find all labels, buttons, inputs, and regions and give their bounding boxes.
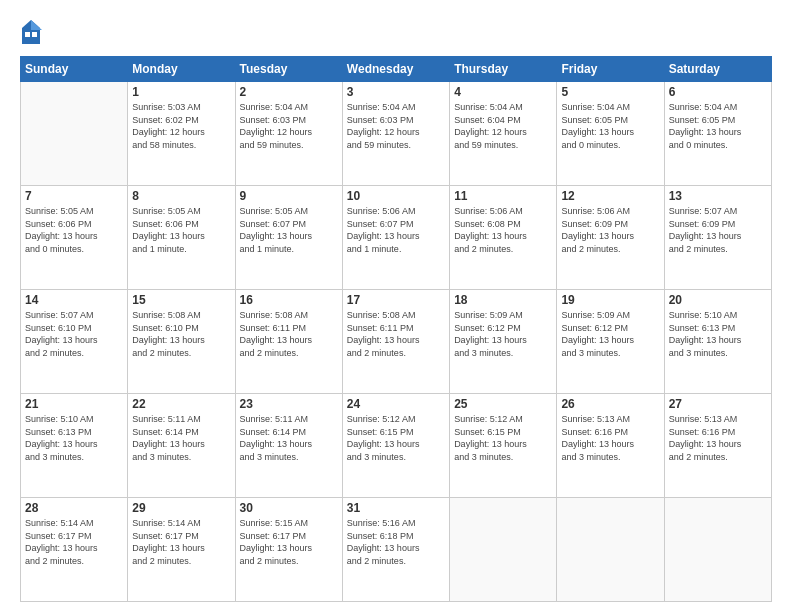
calendar-cell: 8Sunrise: 5:05 AM Sunset: 6:06 PM Daylig… [128,186,235,290]
calendar-cell: 1Sunrise: 5:03 AM Sunset: 6:02 PM Daylig… [128,82,235,186]
day-info: Sunrise: 5:15 AM Sunset: 6:17 PM Dayligh… [240,517,338,567]
day-info: Sunrise: 5:07 AM Sunset: 6:09 PM Dayligh… [669,205,767,255]
day-info: Sunrise: 5:07 AM Sunset: 6:10 PM Dayligh… [25,309,123,359]
day-info: Sunrise: 5:14 AM Sunset: 6:17 PM Dayligh… [25,517,123,567]
day-info: Sunrise: 5:13 AM Sunset: 6:16 PM Dayligh… [561,413,659,463]
day-number: 6 [669,85,767,99]
calendar-cell [664,498,771,602]
calendar-cell: 19Sunrise: 5:09 AM Sunset: 6:12 PM Dayli… [557,290,664,394]
day-number: 8 [132,189,230,203]
day-info: Sunrise: 5:12 AM Sunset: 6:15 PM Dayligh… [347,413,445,463]
calendar-cell: 21Sunrise: 5:10 AM Sunset: 6:13 PM Dayli… [21,394,128,498]
day-number: 31 [347,501,445,515]
day-number: 18 [454,293,552,307]
calendar-cell: 22Sunrise: 5:11 AM Sunset: 6:14 PM Dayli… [128,394,235,498]
day-info: Sunrise: 5:11 AM Sunset: 6:14 PM Dayligh… [132,413,230,463]
calendar-header-row: SundayMondayTuesdayWednesdayThursdayFrid… [21,57,772,82]
day-number: 24 [347,397,445,411]
day-info: Sunrise: 5:10 AM Sunset: 6:13 PM Dayligh… [669,309,767,359]
day-info: Sunrise: 5:05 AM Sunset: 6:06 PM Dayligh… [132,205,230,255]
calendar-cell [450,498,557,602]
day-number: 21 [25,397,123,411]
day-info: Sunrise: 5:08 AM Sunset: 6:11 PM Dayligh… [347,309,445,359]
svg-rect-3 [32,32,37,37]
day-number: 27 [669,397,767,411]
calendar-cell: 25Sunrise: 5:12 AM Sunset: 6:15 PM Dayli… [450,394,557,498]
day-info: Sunrise: 5:04 AM Sunset: 6:05 PM Dayligh… [561,101,659,151]
day-info: Sunrise: 5:04 AM Sunset: 6:03 PM Dayligh… [240,101,338,151]
logo [20,18,48,46]
calendar-cell [557,498,664,602]
day-number: 2 [240,85,338,99]
calendar-week-0: 1Sunrise: 5:03 AM Sunset: 6:02 PM Daylig… [21,82,772,186]
calendar-cell: 23Sunrise: 5:11 AM Sunset: 6:14 PM Dayli… [235,394,342,498]
day-number: 4 [454,85,552,99]
day-info: Sunrise: 5:11 AM Sunset: 6:14 PM Dayligh… [240,413,338,463]
calendar-cell: 20Sunrise: 5:10 AM Sunset: 6:13 PM Dayli… [664,290,771,394]
calendar-week-1: 7Sunrise: 5:05 AM Sunset: 6:06 PM Daylig… [21,186,772,290]
day-number: 11 [454,189,552,203]
calendar-cell: 16Sunrise: 5:08 AM Sunset: 6:11 PM Dayli… [235,290,342,394]
logo-icon [20,18,42,46]
calendar-cell: 9Sunrise: 5:05 AM Sunset: 6:07 PM Daylig… [235,186,342,290]
day-info: Sunrise: 5:08 AM Sunset: 6:11 PM Dayligh… [240,309,338,359]
day-info: Sunrise: 5:10 AM Sunset: 6:13 PM Dayligh… [25,413,123,463]
calendar-week-2: 14Sunrise: 5:07 AM Sunset: 6:10 PM Dayli… [21,290,772,394]
day-info: Sunrise: 5:06 AM Sunset: 6:08 PM Dayligh… [454,205,552,255]
calendar-cell: 15Sunrise: 5:08 AM Sunset: 6:10 PM Dayli… [128,290,235,394]
day-number: 10 [347,189,445,203]
day-number: 30 [240,501,338,515]
calendar-cell: 17Sunrise: 5:08 AM Sunset: 6:11 PM Dayli… [342,290,449,394]
calendar-cell: 26Sunrise: 5:13 AM Sunset: 6:16 PM Dayli… [557,394,664,498]
page: SundayMondayTuesdayWednesdayThursdayFrid… [0,0,792,612]
day-number: 26 [561,397,659,411]
calendar-cell: 18Sunrise: 5:09 AM Sunset: 6:12 PM Dayli… [450,290,557,394]
calendar-header-sunday: Sunday [21,57,128,82]
day-number: 14 [25,293,123,307]
calendar-cell: 13Sunrise: 5:07 AM Sunset: 6:09 PM Dayli… [664,186,771,290]
day-number: 16 [240,293,338,307]
calendar-cell [21,82,128,186]
day-number: 22 [132,397,230,411]
day-number: 15 [132,293,230,307]
header [20,18,772,46]
day-info: Sunrise: 5:05 AM Sunset: 6:06 PM Dayligh… [25,205,123,255]
day-info: Sunrise: 5:09 AM Sunset: 6:12 PM Dayligh… [454,309,552,359]
calendar-cell: 7Sunrise: 5:05 AM Sunset: 6:06 PM Daylig… [21,186,128,290]
calendar-cell: 5Sunrise: 5:04 AM Sunset: 6:05 PM Daylig… [557,82,664,186]
calendar-cell: 4Sunrise: 5:04 AM Sunset: 6:04 PM Daylig… [450,82,557,186]
day-number: 3 [347,85,445,99]
calendar-cell: 27Sunrise: 5:13 AM Sunset: 6:16 PM Dayli… [664,394,771,498]
day-number: 23 [240,397,338,411]
day-info: Sunrise: 5:03 AM Sunset: 6:02 PM Dayligh… [132,101,230,151]
calendar-cell: 2Sunrise: 5:04 AM Sunset: 6:03 PM Daylig… [235,82,342,186]
calendar-week-4: 28Sunrise: 5:14 AM Sunset: 6:17 PM Dayli… [21,498,772,602]
day-info: Sunrise: 5:04 AM Sunset: 6:05 PM Dayligh… [669,101,767,151]
calendar-header-tuesday: Tuesday [235,57,342,82]
day-number: 13 [669,189,767,203]
calendar-week-3: 21Sunrise: 5:10 AM Sunset: 6:13 PM Dayli… [21,394,772,498]
day-number: 29 [132,501,230,515]
day-number: 7 [25,189,123,203]
day-number: 17 [347,293,445,307]
day-number: 12 [561,189,659,203]
day-number: 20 [669,293,767,307]
calendar-header-monday: Monday [128,57,235,82]
day-number: 1 [132,85,230,99]
day-info: Sunrise: 5:09 AM Sunset: 6:12 PM Dayligh… [561,309,659,359]
calendar-cell: 31Sunrise: 5:16 AM Sunset: 6:18 PM Dayli… [342,498,449,602]
day-info: Sunrise: 5:06 AM Sunset: 6:09 PM Dayligh… [561,205,659,255]
day-info: Sunrise: 5:12 AM Sunset: 6:15 PM Dayligh… [454,413,552,463]
day-number: 28 [25,501,123,515]
calendar-cell: 11Sunrise: 5:06 AM Sunset: 6:08 PM Dayli… [450,186,557,290]
day-info: Sunrise: 5:05 AM Sunset: 6:07 PM Dayligh… [240,205,338,255]
calendar-header-thursday: Thursday [450,57,557,82]
calendar-cell: 30Sunrise: 5:15 AM Sunset: 6:17 PM Dayli… [235,498,342,602]
day-info: Sunrise: 5:04 AM Sunset: 6:03 PM Dayligh… [347,101,445,151]
day-number: 9 [240,189,338,203]
calendar-table: SundayMondayTuesdayWednesdayThursdayFrid… [20,56,772,602]
day-info: Sunrise: 5:16 AM Sunset: 6:18 PM Dayligh… [347,517,445,567]
calendar-cell: 14Sunrise: 5:07 AM Sunset: 6:10 PM Dayli… [21,290,128,394]
calendar-cell: 3Sunrise: 5:04 AM Sunset: 6:03 PM Daylig… [342,82,449,186]
calendar-header-friday: Friday [557,57,664,82]
